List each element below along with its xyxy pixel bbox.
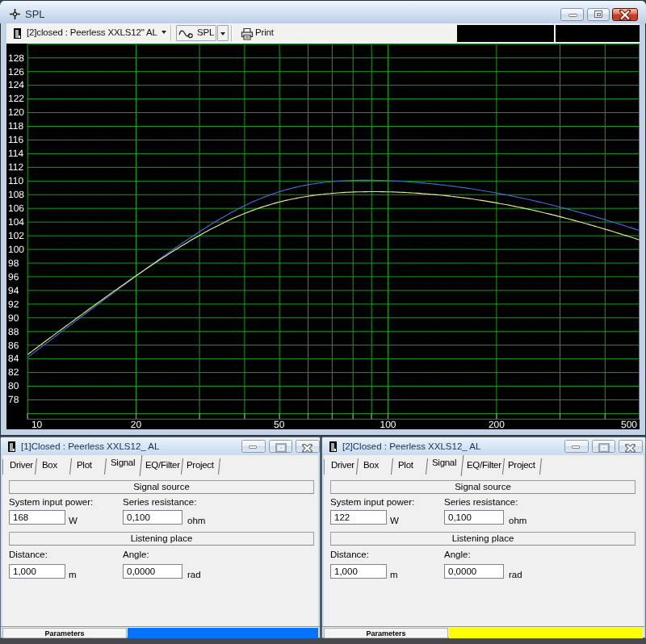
svg-text:82: 82 [8, 366, 19, 378]
svg-text:124: 124 [8, 79, 24, 90]
svg-text:200: 200 [489, 418, 505, 429]
svg-text:108: 108 [8, 189, 24, 200]
svg-text:118: 118 [8, 120, 23, 132]
svg-text:100: 100 [380, 418, 396, 429]
svg-text:80: 80 [8, 380, 19, 391]
svg-text:84: 84 [8, 353, 19, 364]
svg-text:100: 100 [8, 243, 24, 254]
svg-text:120: 120 [8, 107, 24, 118]
svg-text:112: 112 [8, 161, 23, 173]
svg-text:86: 86 [8, 339, 19, 350]
svg-text:106: 106 [8, 203, 24, 214]
svg-text:102: 102 [8, 229, 24, 240]
svg-text:114: 114 [8, 148, 23, 159]
svg-text:116: 116 [8, 134, 23, 145]
svg-text:10: 10 [31, 418, 43, 429]
svg-text:92: 92 [8, 298, 19, 309]
svg-text:50: 50 [274, 418, 285, 429]
svg-text:78: 78 [8, 394, 19, 405]
svg-text:500: 500 [621, 418, 637, 429]
svg-text:128: 128 [8, 52, 24, 63]
svg-text:104: 104 [8, 215, 24, 227]
svg-text:96: 96 [8, 270, 19, 282]
svg-text:94: 94 [8, 284, 19, 295]
svg-text:20: 20 [131, 418, 142, 429]
svg-text:110: 110 [8, 175, 23, 186]
svg-text:122: 122 [8, 93, 24, 104]
svg-text:90: 90 [8, 312, 19, 323]
svg-text:88: 88 [8, 325, 19, 337]
svg-text:98: 98 [8, 257, 19, 268]
svg-text:126: 126 [8, 65, 24, 77]
